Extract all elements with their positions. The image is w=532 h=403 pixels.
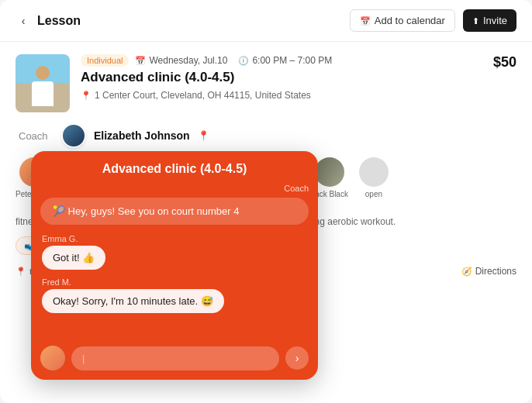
lesson-header: Individual Wednesday, Jul.10 6:00 PM – 7…: [16, 54, 516, 112]
message-sender: Emma G.: [42, 234, 307, 243]
list-item: open: [359, 157, 389, 207]
calendar-icon: [360, 15, 371, 26]
message-bubble: Got it! 👍: [42, 246, 105, 270]
back-button[interactable]: ‹: [16, 13, 31, 29]
avatar: [359, 157, 389, 187]
coach-label: Coach: [19, 130, 54, 142]
message-item: Fred M. Okay! Sorry, I'm 10 minutes late…: [42, 277, 307, 321]
user-avatar: [40, 346, 65, 370]
lesson-tags: Individual Wednesday, Jul.10 6:00 PM – 7…: [81, 54, 482, 67]
chat-input[interactable]: [71, 346, 279, 370]
messages-area: Emma G. Got it! 👍 Fred M. Okay! Sorry, I…: [31, 231, 318, 339]
message-bubble: Okay! Sorry, I'm 10 minutes late. 😅: [42, 289, 224, 313]
coach-avatar: [61, 123, 86, 148]
person-body: [32, 81, 54, 106]
chat-title: Advanced clinic (4.0-4.5): [45, 162, 304, 176]
location-icon: [81, 90, 92, 101]
directions-icon: [461, 266, 472, 277]
top-nav: ‹ Lesson Add to calendar Invite: [0, 0, 532, 42]
invite-button[interactable]: Invite: [463, 9, 516, 32]
lesson-title: Advanced clinic (4.0-4.5): [81, 70, 482, 85]
message-item: Emma G. Got it! 👍: [42, 234, 307, 277]
page-title: Lesson: [37, 14, 81, 28]
lesson-image: [16, 54, 70, 112]
date-meta: Wednesday, Jul.10: [135, 55, 227, 66]
directions-link[interactable]: Directions: [461, 266, 516, 277]
coach-message-bubble: 🎾 Hey, guys! See you on court number 4: [40, 198, 309, 225]
time-icon: [238, 55, 249, 66]
chat-input-area: ›: [31, 339, 318, 380]
chat-coach-label: Coach: [31, 184, 318, 193]
send-button[interactable]: ›: [285, 346, 309, 370]
page: ‹ Lesson Add to calendar Invite: [0, 0, 532, 403]
individual-tag: Individual: [81, 54, 129, 67]
person-silhouette: [29, 66, 57, 112]
nav-left: ‹ Lesson: [16, 13, 81, 29]
send-icon: ›: [295, 352, 299, 364]
nav-right: Add to calendar Invite: [350, 9, 516, 32]
chat-overlay: Advanced clinic (4.0-4.5) Coach 🎾 Hey, g…: [31, 151, 318, 380]
coach-message-text: 🎾 Hey, guys! See you on court number 4: [53, 205, 240, 217]
coach-section: Coach Elizabeth Johnson 📍: [16, 123, 516, 148]
lesson-price: $50: [493, 54, 516, 71]
date-icon: [135, 55, 146, 66]
add-to-calendar-button[interactable]: Add to calendar: [350, 9, 455, 32]
address-pin-icon: [16, 266, 26, 277]
lesson-meta: Wednesday, Jul.10 6:00 PM – 7:00 PM: [135, 55, 332, 66]
coach-pin-icon: 📍: [198, 130, 209, 141]
time-meta: 6:00 PM – 7:00 PM: [238, 55, 332, 66]
person-head: [36, 66, 50, 80]
coach-name: Elizabeth Johnson: [94, 129, 190, 142]
upload-icon: [472, 15, 479, 26]
lesson-person: [16, 54, 70, 112]
lesson-info: Individual Wednesday, Jul.10 6:00 PM – 7…: [81, 54, 482, 101]
avatar: [315, 157, 344, 187]
chat-header: Advanced clinic (4.0-4.5): [31, 151, 318, 184]
lesson-location: 1 Center Court, Cleveland, OH 44115, Uni…: [81, 90, 482, 101]
message-sender: Fred M.: [42, 277, 307, 287]
